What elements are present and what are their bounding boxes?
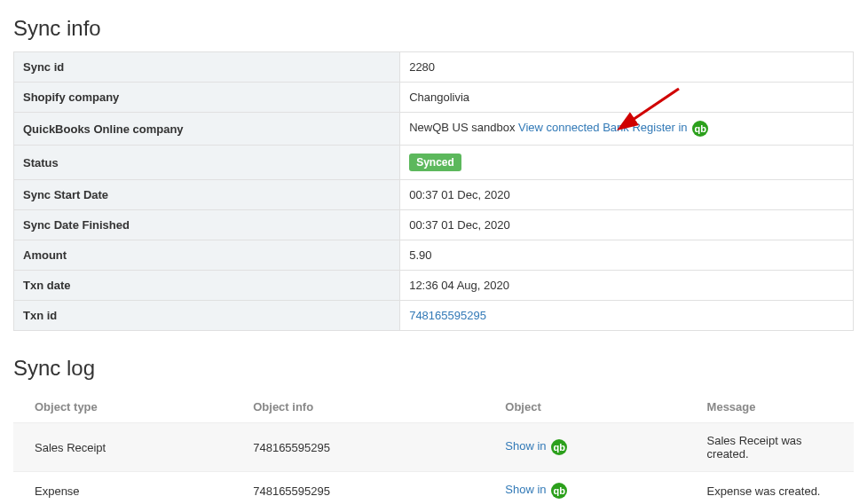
col-message: Message xyxy=(686,391,854,423)
sync-info-heading: Sync info xyxy=(13,16,854,41)
col-object: Object xyxy=(484,391,685,423)
sync-log-table: Object type Object info Object Message S… xyxy=(13,391,854,504)
table-row: Txn id 748165595295 xyxy=(14,301,854,331)
qb-company-value: NewQB US sandbox xyxy=(409,121,515,134)
table-row: Txn date 12:36 04 Aug, 2020 xyxy=(14,271,854,301)
txn-date-label: Txn date xyxy=(14,271,400,301)
log-type: Sales Receipt xyxy=(13,423,232,472)
table-row: Status Synced xyxy=(14,146,854,180)
sync-id-value: 2280 xyxy=(400,52,854,83)
sync-log-heading: Sync log xyxy=(13,356,854,381)
txn-id-link[interactable]: 748165595295 xyxy=(409,309,486,322)
table-row: Shopify company Changolivia xyxy=(14,83,854,113)
table-row: QuickBooks Online company NewQB US sandb… xyxy=(14,113,854,146)
sync-info-table: Sync id 2280 Shopify company Changolivia… xyxy=(13,51,854,331)
table-row: Sync id 2280 xyxy=(14,52,854,83)
log-type: Expense xyxy=(13,472,232,505)
show-in-link[interactable]: Show in xyxy=(505,439,546,453)
col-object-info: Object info xyxy=(232,391,484,423)
sync-finished-label: Sync Date Finished xyxy=(14,210,400,240)
col-object-type: Object type xyxy=(13,391,232,423)
log-info: 748165595295 xyxy=(232,472,484,505)
sync-start-label: Sync Start Date xyxy=(14,180,400,210)
table-row: Sync Start Date 00:37 01 Dec, 2020 xyxy=(14,180,854,210)
qb-company-label: QuickBooks Online company xyxy=(14,113,400,146)
table-row: Sync Date Finished 00:37 01 Dec, 2020 xyxy=(14,210,854,240)
log-info: 748165595295 xyxy=(232,423,484,472)
shopify-company-label: Shopify company xyxy=(14,83,400,113)
txn-id-label: Txn id xyxy=(14,301,400,331)
amount-label: Amount xyxy=(14,240,400,271)
txn-date-value: 12:36 04 Aug, 2020 xyxy=(400,271,854,301)
sync-start-value: 00:37 01 Dec, 2020 xyxy=(400,180,854,210)
quickbooks-icon: qb xyxy=(551,483,567,499)
log-message: Expense was created. xyxy=(686,472,854,505)
status-label: Status xyxy=(14,146,400,180)
sync-finished-value: 00:37 01 Dec, 2020 xyxy=(400,210,854,240)
quickbooks-icon: qb xyxy=(551,439,567,455)
shopify-company-value: Changolivia xyxy=(400,83,854,113)
sync-id-label: Sync id xyxy=(14,52,400,83)
quickbooks-icon: qb xyxy=(692,121,708,137)
amount-value: 5.90 xyxy=(400,240,854,271)
log-message: Sales Receipt was created. xyxy=(686,423,854,472)
bank-register-link[interactable]: View connected Bank Register in xyxy=(518,121,688,134)
table-row: Expense 748165595295 Show in qb Expense … xyxy=(13,472,854,505)
status-badge: Synced xyxy=(409,154,461,171)
table-row: Amount 5.90 xyxy=(14,240,854,271)
table-row: Sales Receipt 748165595295 Show in qb Sa… xyxy=(13,423,854,472)
show-in-link[interactable]: Show in xyxy=(505,483,546,496)
